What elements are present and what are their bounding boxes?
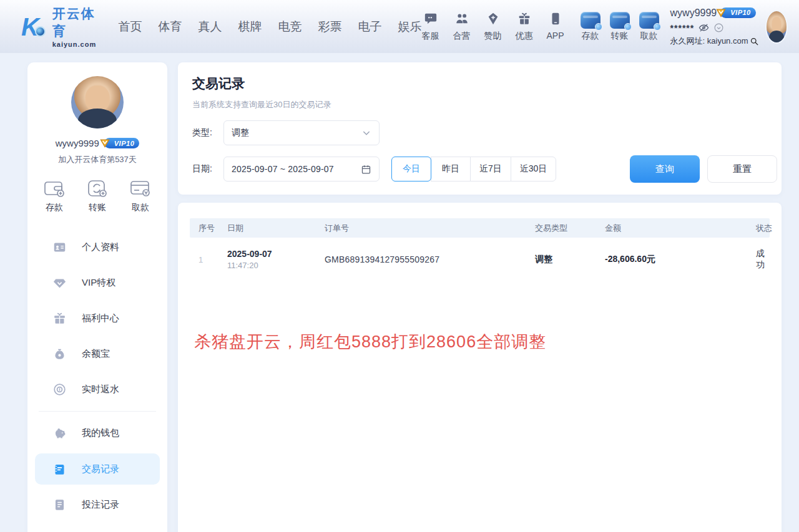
- sidebar-item-yuebao[interactable]: 余额宝: [27, 336, 167, 372]
- brand-logo[interactable]: K 开云体育 kaiyun.com: [21, 5, 101, 48]
- nav-item-home[interactable]: 首页: [119, 19, 142, 35]
- customer-service-button[interactable]: 客服: [422, 12, 439, 42]
- id-card-icon: [53, 241, 66, 254]
- sidebar-item-profile[interactable]: 个人资料: [27, 230, 167, 265]
- nav-item-lottery[interactable]: 彩票: [318, 19, 342, 35]
- sponsor-icon: [486, 12, 500, 28]
- menu-label: VIP特权: [82, 277, 115, 289]
- sponsor-button[interactable]: 赞助: [484, 12, 502, 42]
- nav-item-live[interactable]: 真人: [199, 19, 222, 35]
- main-content: 交易记录 当前系统支持查询最近30日的交易记录 类型: 调整 日期: 2025-…: [178, 62, 782, 532]
- withdraw-icon: [130, 179, 151, 198]
- header-deposit-button[interactable]: 存款: [581, 12, 600, 42]
- range-yesterday-button[interactable]: 昨日: [431, 157, 471, 181]
- partners-icon: [455, 12, 469, 28]
- piggy-bank-icon: [53, 427, 66, 440]
- nav-item-entertainment[interactable]: 娱乐: [398, 19, 422, 35]
- gift-icon: [517, 12, 531, 28]
- vip-badge: VIP10: [720, 7, 755, 18]
- nav-item-slots[interactable]: 电子: [358, 19, 382, 35]
- refresh-circle-icon[interactable]: [713, 22, 724, 33]
- menu-label: 福利中心: [82, 312, 119, 324]
- reset-button[interactable]: 重置: [707, 155, 777, 183]
- sidebar-item-vip[interactable]: VIP特权: [27, 265, 167, 301]
- eye-off-icon[interactable]: [699, 22, 709, 33]
- username[interactable]: wywy9999: [670, 6, 717, 20]
- vip-gem-icon: [53, 276, 66, 289]
- header-withdraw-button[interactable]: 取款: [639, 12, 659, 42]
- query-button[interactable]: 查询: [630, 155, 700, 183]
- row-amount: -28,606.60元: [597, 254, 748, 265]
- table-header-row: 序号 日期 订单号 交易类型 金额 状态: [190, 218, 770, 238]
- deposit-3d-icon: [581, 12, 600, 29]
- avatar-face: [71, 76, 124, 128]
- promotions-button[interactable]: 优惠: [516, 12, 533, 42]
- user-info-block: wywy9999 VIP10 ****** 永久网址: kaiyun.com: [670, 6, 759, 47]
- quick-actions: 存款 转账 取款: [27, 165, 167, 213]
- utility-label: 优惠: [516, 31, 533, 42]
- magnifier-cursor-icon: [750, 37, 759, 46]
- utility-label: 客服: [422, 31, 439, 42]
- logo-text: 开云体育 kaiyun.com: [52, 5, 101, 48]
- transaction-book-icon: [53, 463, 66, 476]
- brand-name: 开云体育: [52, 5, 101, 40]
- calendar-icon: [361, 164, 371, 175]
- row-order-number: GMB6891394127955509267: [317, 254, 527, 264]
- nav-item-board[interactable]: 棋牌: [238, 19, 262, 35]
- transfer-3d-icon: [610, 12, 630, 29]
- sidebar-withdraw-button[interactable]: 取款: [130, 179, 151, 213]
- sidebar-item-bets[interactable]: 投注记录: [27, 487, 167, 523]
- filter-card: 交易记录 当前系统支持查询最近30日的交易记录 类型: 调整 日期: 2025-…: [178, 62, 782, 195]
- sidebar-item-wallet[interactable]: 我的钱包: [27, 415, 167, 451]
- range-7days-button[interactable]: 近7日: [470, 157, 511, 181]
- row-date: 2025-09-07: [227, 249, 317, 259]
- column-header-type: 交易类型: [527, 223, 597, 234]
- profile-username: wywy9999: [56, 138, 99, 148]
- football-icon: [35, 26, 46, 37]
- range-today-button[interactable]: 今日: [391, 157, 431, 181]
- menu-divider: [39, 411, 156, 412]
- utility-label: 赞助: [484, 31, 502, 42]
- sidebar-item-transactions[interactable]: 交易记录: [35, 453, 160, 485]
- type-select[interactable]: 调整: [223, 120, 380, 145]
- range-30days-button[interactable]: 近30日: [511, 157, 557, 181]
- arrows-badge-icon: [624, 23, 632, 31]
- top-header: K 开云体育 kaiyun.com 首页 体育 真人 棋牌 电竞 彩票 电子 娱…: [0, 0, 799, 53]
- type-filter-row: 类型: 调整: [192, 120, 782, 145]
- date-range-input[interactable]: 2025-09-07 ~ 2025-09-07: [223, 157, 380, 181]
- phone-icon: [549, 12, 562, 28]
- partners-button[interactable]: 合营: [453, 12, 471, 42]
- profile-block: wywy9999 VIP10 加入开云体育第537天: [27, 62, 167, 165]
- sidebar-deposit-button[interactable]: 存款: [44, 179, 65, 213]
- profile-avatar[interactable]: [71, 76, 124, 128]
- permanent-url-text: 永久网址: kaiyun.com: [670, 36, 748, 47]
- menu-label: 投注记录: [82, 499, 119, 511]
- quick-range-group: 今日 昨日 近7日 近30日: [391, 157, 556, 181]
- sidebar-item-benefits[interactable]: 福利中心: [27, 301, 167, 336]
- sidebar-transfer-button[interactable]: 转账: [87, 179, 108, 213]
- vip-gem-icon: [715, 6, 727, 19]
- row-status: 成功: [748, 248, 770, 271]
- page: K 开云体育 kaiyun.com 首页 体育 真人 棋牌 电竞 彩票 电子 娱…: [0, 0, 799, 532]
- nav-item-sports[interactable]: 体育: [159, 19, 182, 35]
- avatar[interactable]: [765, 10, 788, 44]
- quick-action-label: 转账: [89, 202, 106, 213]
- deposit-icon: [44, 179, 65, 198]
- wallet-label: 取款: [640, 31, 658, 42]
- membership-days-text: 加入开云体育第537天: [58, 154, 137, 165]
- app-download-button[interactable]: APP: [547, 12, 564, 42]
- header-transfer-button[interactable]: 转账: [610, 12, 630, 42]
- transactions-table-card: 序号 日期 订单号 交易类型 金额 状态 1 2025-09-07 11:47:…: [178, 203, 782, 532]
- wallet-shortcut-group: 存款 转账 取款: [581, 12, 659, 42]
- withdraw-3d-icon: [639, 12, 659, 29]
- vip-badge: VIP10: [104, 138, 139, 148]
- nav-item-esports[interactable]: 电竞: [278, 19, 302, 35]
- wallet-label: 转账: [611, 31, 629, 42]
- utility-label: APP: [547, 31, 564, 41]
- row-index: 1: [190, 255, 220, 264]
- sidebar-item-rebate[interactable]: 实时返水: [27, 372, 167, 407]
- utility-label: 合营: [453, 31, 471, 42]
- utility-group: 客服 合营 赞助 优惠 APP: [422, 12, 564, 42]
- table-row[interactable]: 1 2025-09-07 11:47:20 GMB689139412795550…: [190, 238, 770, 281]
- money-bag-icon: [53, 347, 66, 360]
